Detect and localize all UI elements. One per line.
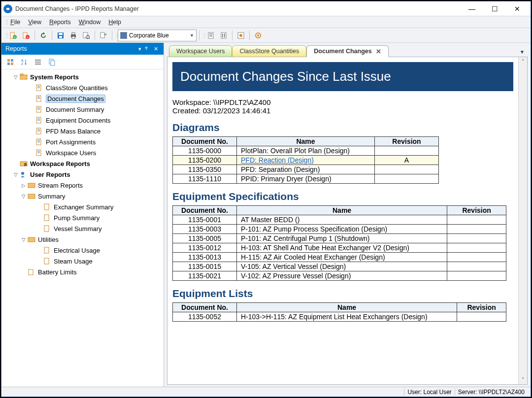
tree-utilities[interactable]: ▽Utilities [1, 234, 164, 245]
col-header: Name [237, 206, 447, 215]
close-button[interactable]: ✕ [506, 2, 529, 16]
settings-icon[interactable] [252, 30, 264, 41]
design-page-icon[interactable] [205, 30, 217, 41]
tree-item-exchanger-summary[interactable]: Exchanger Summary [1, 201, 164, 212]
svg-rect-55 [37, 120, 40, 121]
cell-revision [447, 215, 506, 225]
tree-item-equipment-documents[interactable]: Equipment Documents [1, 115, 164, 126]
design-layout-icon[interactable] [218, 30, 230, 41]
panel-title: Reports [5, 45, 27, 52]
col-header: Name [237, 137, 375, 146]
menu-reports[interactable]: Reports [45, 18, 75, 27]
section-equiplist-title: Equipment Lists [172, 288, 513, 299]
menu-help[interactable]: Help [104, 18, 125, 27]
cell-revision [447, 243, 506, 253]
app-icon [3, 4, 12, 13]
theme-dropdown[interactable]: Corporate Blue ▼ [118, 30, 197, 41]
maximize-button[interactable]: ☐ [483, 2, 506, 16]
menu-view[interactable]: View [24, 18, 45, 27]
svg-rect-59 [37, 131, 40, 132]
svg-rect-75 [44, 226, 49, 232]
cell-name: P-101: AZ Centrifugal Pump 1 (Shutdown) [237, 234, 447, 243]
tree-workspace-reports[interactable]: Workspace Reports [1, 158, 164, 169]
svg-rect-63 [37, 142, 40, 142]
panel-options-icon[interactable]: ▾ [136, 46, 144, 52]
svg-rect-49 [37, 107, 40, 108]
tree-item-pump-summary[interactable]: Pump Summary [1, 212, 164, 223]
main-area: Workspace Users ClassStore Quantities Do… [164, 43, 531, 387]
tree-item-port-assignments[interactable]: Port Assignments [1, 136, 164, 147]
cell-name: V-102: AZ Pressure Vessel (Design) [237, 271, 447, 281]
new-report-icon[interactable]: + [7, 30, 19, 41]
report-icon [43, 246, 52, 254]
refresh-icon[interactable] [37, 30, 49, 41]
panel-pin-icon[interactable] [144, 46, 152, 51]
scroll-down-icon[interactable]: ˅ [519, 375, 527, 384]
cell-docno: 1135-0012 [173, 243, 237, 253]
tab-classstore-quantities[interactable]: ClassStore Quantities [232, 45, 306, 57]
svg-rect-77 [44, 247, 49, 253]
tree-stream-reports[interactable]: ▷Stream Reports [1, 180, 164, 191]
sort-az-icon[interactable]: AZ [18, 56, 30, 68]
export-icon[interactable] [98, 30, 109, 41]
tab-close-icon[interactable]: ✕ [376, 48, 381, 55]
svg-rect-35 [35, 64, 41, 65]
vertical-scrollbar[interactable]: ˄ ˅ [518, 57, 527, 384]
tree-item-steam-usage[interactable]: Steam Usage [1, 256, 164, 266]
svg-point-26 [257, 34, 259, 36]
svg-rect-71 [28, 183, 35, 188]
view-tiles-icon[interactable] [4, 56, 16, 68]
view-list-icon[interactable] [32, 56, 44, 68]
print-icon[interactable] [67, 30, 79, 41]
table-row: 1135-0003P-101: AZ Pump Process Specific… [173, 225, 506, 234]
chevron-down-icon: ▼ [190, 33, 194, 38]
tree-item-workspace-users[interactable]: Workspace Users [1, 147, 164, 158]
minimize-button[interactable]: — [461, 2, 483, 16]
tab-workspace-users[interactable]: Workspace Users [169, 45, 232, 57]
doc-link[interactable]: PFD: Reaction (Design) [241, 156, 314, 164]
tree-item-pfd-mass-balance[interactable]: PFD Mass Balance [1, 126, 164, 136]
tree-battery-limits[interactable]: Battery Limits [1, 266, 164, 277]
svg-rect-45 [37, 97, 40, 97]
svg-rect-22 [224, 33, 225, 37]
document-area: Document Changes Since Last Issue Worksp… [167, 57, 528, 385]
tree-item-classstore-quantities[interactable]: ClassStore Quantities [1, 82, 164, 93]
save-icon[interactable] [55, 30, 66, 41]
table-row: 1135-0013H-115: AZ Air Cooled Heat Excha… [173, 253, 506, 262]
tree-item-vessel-summary[interactable]: Vessel Summary [1, 223, 164, 234]
table-row: 1135-0001AT Master BEDD () [173, 215, 506, 225]
meta-created-label: Created: [172, 106, 201, 115]
tab-document-changes[interactable]: Document Changes✕ [306, 45, 388, 57]
cell-name: PlotPlan: Overall Plot Plan (Design) [237, 146, 375, 156]
reports-tree[interactable]: ▽System Reports ClassStore QuantitiesDoc… [1, 69, 164, 387]
svg-rect-50 [37, 108, 40, 109]
delete-report-icon[interactable]: × [20, 30, 32, 41]
table-equiplist: Document No.NameRevision1135-0052H-103->… [172, 302, 506, 322]
svg-rect-12 [72, 36, 75, 38]
cell-revision [447, 271, 506, 281]
tree-user-reports[interactable]: ▽User Reports [1, 169, 164, 180]
col-header: Name [237, 303, 457, 312]
tree-system-reports[interactable]: ▽System Reports [1, 71, 164, 82]
menu-file[interactable]: File [6, 18, 24, 27]
tree-item-electrical-usage[interactable]: Electrical Usage [1, 245, 164, 256]
report-icon [43, 225, 52, 232]
svg-rect-33 [35, 60, 41, 61]
menu-window[interactable]: Window [75, 18, 104, 27]
panel-close-icon[interactable]: ✕ [152, 46, 160, 52]
table-row: 1135-0052H-103->H-115: AZ Equipment List… [173, 312, 506, 322]
svg-rect-0 [6, 8, 9, 10]
group-config-icon[interactable] [235, 30, 247, 41]
status-server-label: Server: [458, 389, 477, 396]
cell-name: V-105: AZ Vertical Vessel (Design) [237, 262, 447, 271]
svg-rect-43 [37, 88, 40, 88]
copy-report-icon[interactable] [46, 56, 58, 68]
body: Reports ▾ ✕ AZ ▽System Reports ClassStor… [1, 43, 531, 387]
tree-item-document-changes[interactable]: Document Changes [1, 93, 164, 104]
tree-summary[interactable]: ▽Summary [1, 191, 164, 201]
print-preview-icon[interactable] [80, 30, 92, 41]
cell-revision [375, 165, 439, 174]
scroll-up-icon[interactable]: ˄ [519, 57, 527, 66]
tab-menu-icon[interactable]: ▼ [518, 47, 527, 57]
tree-item-document-summary[interactable]: Document Summary [1, 104, 164, 115]
